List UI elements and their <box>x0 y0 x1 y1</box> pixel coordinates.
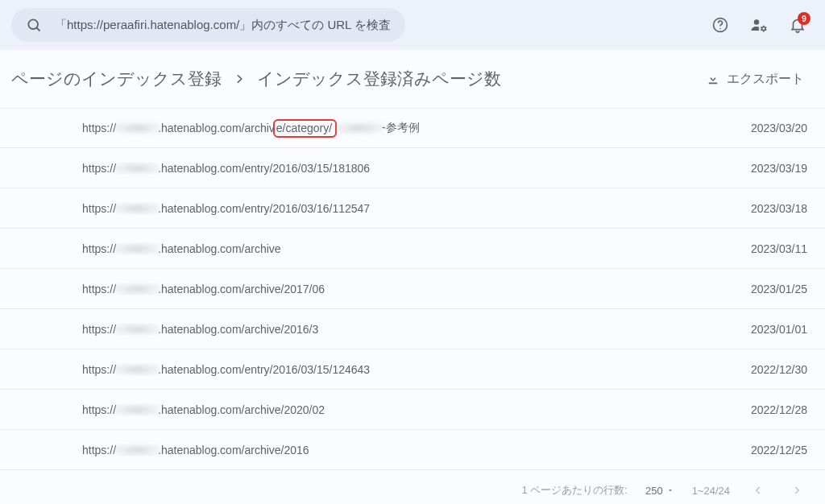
date-cell: 2022/12/30 <box>719 363 807 376</box>
rows-per-page-label: 1 ページあたりの行数: <box>521 483 627 498</box>
url-cell: https://.hatenablog.com/entry/2016/03/16… <box>82 202 719 215</box>
redacted-text <box>335 122 383 134</box>
page-header: ページのインデックス登録 インデックス登録済みページ数 エクスポート <box>0 50 825 108</box>
date-cell: 2023/03/20 <box>719 122 807 134</box>
table-row[interactable]: https://.hatenablog.com/archive/2017/06 … <box>0 269 825 309</box>
url-cell: https://.hatenablog.com/archive/2016 <box>82 444 719 456</box>
users-settings-button[interactable] <box>743 9 775 41</box>
redacted-text <box>114 163 160 174</box>
next-page-button[interactable] <box>786 480 807 501</box>
url-cell: https://.hatenablog.com/archive/2020/02 <box>82 403 719 416</box>
date-cell: 2023/01/25 <box>719 283 807 295</box>
download-icon <box>706 72 720 86</box>
pagination: 1 ページあたりの行数: 250 1~24/24 <box>0 470 825 501</box>
export-label: エクスポート <box>727 71 804 88</box>
notifications-button[interactable]: 9 <box>781 9 814 41</box>
url-cell: https://.hatenablog.com/archive/2017/06 <box>82 283 719 295</box>
breadcrumb-parent[interactable]: ページのインデックス登録 <box>11 68 222 90</box>
breadcrumb-current: インデックス登録済みページ数 <box>257 68 501 90</box>
page-range: 1~24/24 <box>692 485 730 497</box>
url-cell: https://.hatenablog.com/entry/2016/03/15… <box>82 363 719 376</box>
table-row[interactable]: https://.hatenablog.com/archive/category… <box>0 108 825 148</box>
table-row[interactable]: https://.hatenablog.com/archive/2020/02 … <box>0 390 825 430</box>
url-cell: https://.hatenablog.com/archive <box>82 242 719 255</box>
table-row[interactable]: https://.hatenablog.com/entry/2016/03/15… <box>0 148 825 188</box>
chevron-right-icon <box>791 485 802 496</box>
date-cell: 2023/03/19 <box>719 162 807 175</box>
svg-line-1 <box>37 28 40 31</box>
category-highlight: e/category/ <box>273 119 337 138</box>
url-cell: https://.hatenablog.com/archive/2016/3 <box>82 323 719 336</box>
help-button[interactable] <box>704 9 736 41</box>
date-cell: 2022/12/28 <box>719 403 807 416</box>
table-row[interactable]: https://.hatenablog.com/archive 2023/03/… <box>0 229 825 269</box>
redacted-text <box>114 203 160 214</box>
redacted-text <box>114 324 160 335</box>
notification-badge: 9 <box>798 12 810 25</box>
prev-page-button[interactable] <box>748 480 769 501</box>
redacted-text <box>114 283 160 295</box>
table-row[interactable]: https://.hatenablog.com/entry/2016/03/16… <box>0 188 825 229</box>
page-size-select[interactable]: 250 <box>645 485 674 497</box>
redacted-text <box>114 364 160 375</box>
help-icon <box>711 16 729 34</box>
redacted-text <box>114 444 160 456</box>
svg-point-3 <box>719 28 721 30</box>
top-bar: 「https://peraafiri.hatenablog.com/」内のすべて… <box>0 0 825 50</box>
dropdown-icon <box>666 486 674 494</box>
redacted-text <box>114 243 160 254</box>
table-row[interactable]: https://.hatenablog.com/archive/2016 202… <box>0 430 825 470</box>
search-icon <box>26 17 42 33</box>
url-cell: https://.hatenablog.com/archive/category… <box>82 119 719 138</box>
redacted-text <box>114 404 160 415</box>
users-gear-icon <box>749 15 769 35</box>
url-table: https://.hatenablog.com/archive/category… <box>0 108 825 470</box>
redacted-text <box>114 122 160 134</box>
svg-point-0 <box>28 19 38 29</box>
search-placeholder: 「https://peraafiri.hatenablog.com/」内のすべて… <box>55 18 391 33</box>
date-cell: 2022/12/25 <box>719 444 807 456</box>
svg-rect-5 <box>709 83 718 85</box>
breadcrumb: ページのインデックス登録 インデックス登録済みページ数 <box>11 68 501 90</box>
date-cell: 2023/01/01 <box>719 323 807 336</box>
url-cell: https://.hatenablog.com/entry/2016/03/15… <box>82 162 719 175</box>
table-row[interactable]: https://.hatenablog.com/archive/2016/3 2… <box>0 309 825 349</box>
search-input[interactable]: 「https://peraafiri.hatenablog.com/」内のすべて… <box>11 8 405 42</box>
date-cell: 2023/03/18 <box>719 202 807 215</box>
table-row[interactable]: https://.hatenablog.com/entry/2016/03/15… <box>0 349 825 390</box>
svg-point-4 <box>754 19 759 24</box>
export-button[interactable]: エクスポート <box>706 71 804 88</box>
chevron-left-icon <box>752 485 764 496</box>
date-cell: 2023/03/11 <box>719 242 807 255</box>
chevron-right-icon <box>233 72 246 85</box>
